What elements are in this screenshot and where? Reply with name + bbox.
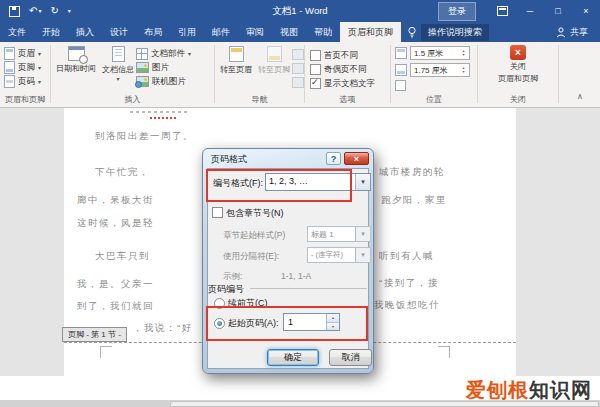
dialog-help-button[interactable]: ? bbox=[326, 152, 341, 165]
link-to-previous-button bbox=[292, 77, 304, 88]
include-chapter-checkbox[interactable] bbox=[212, 207, 223, 218]
online-picture-icon bbox=[136, 76, 149, 87]
page-numbering-section-label: 页码编号 bbox=[208, 283, 244, 296]
section-divider-line bbox=[250, 288, 367, 289]
tab-insert[interactable]: 插入 bbox=[68, 22, 102, 42]
insert-alignment-tab-button[interactable] bbox=[395, 80, 406, 91]
maximize-button[interactable]: □ bbox=[544, 0, 572, 22]
footer-button[interactable]: 页脚▾ bbox=[4, 61, 41, 74]
collapse-ribbon-button[interactable]: ∧ bbox=[577, 92, 583, 101]
group-label: 位置 bbox=[392, 94, 476, 105]
ribbon-display-options-icon bbox=[497, 6, 508, 16]
tab-home[interactable]: 开始 bbox=[34, 22, 68, 42]
tab-layout[interactable]: 布局 bbox=[136, 22, 170, 42]
document-text: 这时候，风是轻 bbox=[77, 217, 154, 228]
next-section-button bbox=[292, 63, 304, 74]
chapter-style-label: 章节起始样式(P) bbox=[223, 230, 285, 242]
header-from-top-field[interactable]: 1.5 厘米▴▾ bbox=[395, 46, 470, 60]
callout-rectangle-start-at bbox=[206, 306, 368, 341]
quick-parts-button[interactable]: 文档部件▾ bbox=[136, 47, 191, 60]
different-odd-even-checkbox[interactable]: 奇偶页不同 bbox=[310, 63, 367, 76]
goto-header-icon bbox=[229, 46, 244, 62]
spinner-icon[interactable]: ▴▾ bbox=[459, 47, 468, 59]
spelling-squiggle bbox=[150, 117, 177, 119]
footer-icon bbox=[4, 61, 15, 74]
cancel-button[interactable]: 取消 bbox=[329, 349, 372, 366]
document-text: 听到有人喊 bbox=[379, 250, 434, 261]
picture-button[interactable]: 图片 bbox=[136, 61, 169, 74]
redo-button[interactable]: ↻ bbox=[50, 6, 58, 16]
ok-button[interactable]: 确定 bbox=[267, 349, 319, 366]
tab-review[interactable]: 审阅 bbox=[238, 22, 272, 42]
share-label: 共享 bbox=[570, 26, 588, 39]
share-button[interactable]: 共享 bbox=[556, 26, 588, 39]
group-close: × 关闭 页眉和页脚 关闭 bbox=[479, 42, 557, 107]
goto-footer-icon bbox=[267, 46, 282, 62]
tab-header-footer-active[interactable]: 页眉和页脚 bbox=[340, 22, 401, 42]
separator-label: 使用分隔符(E): bbox=[223, 251, 279, 263]
undo-button[interactable]: ↶▾ bbox=[29, 6, 41, 16]
tell-me-search[interactable]: 操作说明搜索 bbox=[407, 24, 489, 41]
picture-icon bbox=[136, 62, 149, 73]
chevron-down-icon: ▾ bbox=[38, 50, 41, 57]
show-document-text-checkbox[interactable]: ✓显示文档文字 bbox=[310, 77, 375, 90]
quick-parts-icon bbox=[136, 48, 148, 60]
document-text: 下午忙完， bbox=[95, 166, 150, 177]
quick-access-toolbar: ↶▾ ↻ ▾ bbox=[0, 6, 71, 17]
separator-select: - (连字符) ▾ bbox=[307, 247, 371, 263]
goto-footer-button: 转至页脚 bbox=[256, 46, 292, 75]
tab-view[interactable]: 视图 bbox=[272, 22, 306, 42]
page-number-button[interactable]: 页码▾ bbox=[4, 75, 41, 88]
group-divider bbox=[50, 45, 51, 103]
tab-file[interactable]: 文件 bbox=[0, 22, 34, 42]
lightbulb-icon bbox=[407, 26, 417, 38]
tab-design[interactable]: 设计 bbox=[102, 22, 136, 42]
title-bar: 文档1 - Word ↶▾ ↻ ▾ 登录 ─ □ × bbox=[0, 0, 600, 22]
tab-mailings[interactable]: 邮件 bbox=[204, 22, 238, 42]
page-number-icon bbox=[4, 75, 15, 88]
footer-position-icon bbox=[395, 64, 407, 76]
dropdown-arrow-icon[interactable]: ▾ bbox=[355, 174, 370, 190]
dialog-close-button[interactable]: × bbox=[344, 152, 369, 165]
tab-help[interactable]: 帮助 bbox=[306, 22, 340, 42]
group-label: 关闭 bbox=[479, 94, 557, 105]
close-header-footer-button[interactable]: × 关闭 页眉和页脚 bbox=[490, 45, 546, 84]
different-first-page-checkbox[interactable]: 首页不同 bbox=[310, 49, 358, 62]
group-label: 页眉和页脚 bbox=[2, 94, 48, 105]
group-divider bbox=[214, 45, 215, 103]
group-navigation: 转至页眉 转至页脚 导航 bbox=[216, 42, 303, 107]
ribbon-display-options-button[interactable] bbox=[488, 0, 516, 22]
online-picture-button[interactable]: 联机图片 bbox=[136, 75, 186, 88]
dropdown-arrow-icon: ▾ bbox=[355, 248, 370, 262]
example-value: 1-1, 1-A bbox=[281, 271, 311, 281]
header-button[interactable]: 页眉▾ bbox=[4, 47, 41, 60]
previous-section-button bbox=[292, 49, 304, 60]
spinner-icon[interactable]: ▴▾ bbox=[459, 64, 468, 76]
redo-icon: ↻ bbox=[50, 6, 58, 16]
group-insert: 日期和时间 文档信息 ▾ 文档部件▾ 图片 联机图片 插入 bbox=[52, 42, 213, 107]
document-text: 我晚饭想吃什 bbox=[374, 299, 440, 310]
person-icon bbox=[556, 27, 566, 38]
chapter-style-select: 标题 1 ▾ bbox=[307, 226, 371, 242]
chevron-down-icon: ▾ bbox=[38, 78, 41, 85]
chevron-down-icon: ▾ bbox=[116, 77, 119, 81]
qat-customize-button[interactable]: ▾ bbox=[68, 8, 71, 14]
goto-header-button[interactable]: 转至页眉 bbox=[218, 46, 254, 75]
example-label: 示例: bbox=[223, 271, 242, 283]
dropdown-arrow-icon: ▾ bbox=[355, 227, 370, 241]
signin-button[interactable]: 登录 bbox=[438, 2, 476, 21]
document-text: ，我说：“好 bbox=[133, 322, 193, 333]
footer-from-bottom-field[interactable]: 1.75 厘米▴▾ bbox=[395, 63, 470, 77]
minimize-button[interactable]: ─ bbox=[516, 0, 544, 22]
document-info-button[interactable]: 文档信息 ▾ bbox=[100, 46, 136, 81]
callout-rectangle-number-format bbox=[206, 169, 352, 202]
date-time-button[interactable]: 日期和时间 bbox=[54, 46, 98, 74]
dialog-title: 页码格式 bbox=[211, 153, 247, 166]
document-text: 廊中，呆板大街 bbox=[77, 194, 154, 205]
close-button[interactable]: × bbox=[572, 0, 600, 22]
group-label: 导航 bbox=[216, 94, 303, 105]
clipped-text-line bbox=[130, 111, 188, 113]
save-button[interactable] bbox=[9, 6, 20, 17]
search-input[interactable]: 操作说明搜索 bbox=[421, 24, 489, 41]
tab-references[interactable]: 引用 bbox=[170, 22, 204, 42]
